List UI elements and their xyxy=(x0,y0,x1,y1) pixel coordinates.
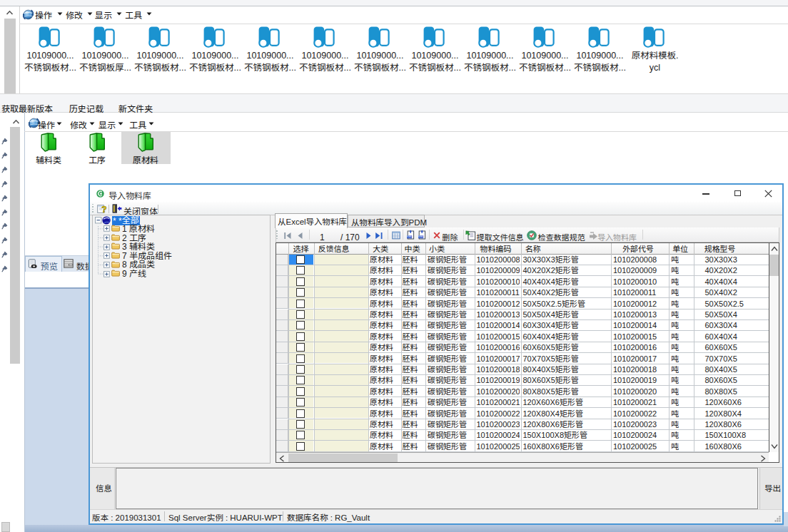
svg-text:XML: XML xyxy=(407,235,413,238)
svg-text:XML: XML xyxy=(418,235,424,238)
svg-text:?: ? xyxy=(101,205,106,214)
